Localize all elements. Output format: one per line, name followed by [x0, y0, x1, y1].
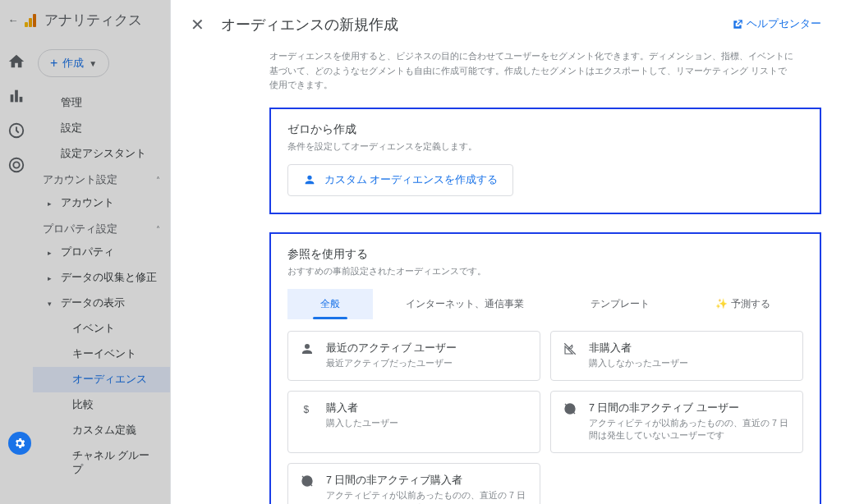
- svg-point-5: [13, 162, 19, 167]
- card-use-reference: 参照を使用する おすすめの事前設定されたオーディエンスです。 全般 インターネッ…: [269, 232, 821, 504]
- template-grid: 最近のアクティブ ユーザー 最近アクティブだったユーザー 非購入者 購入しなかっ…: [287, 331, 803, 504]
- create-button[interactable]: + 作成 ▼: [38, 49, 109, 77]
- open-in-new-icon: [732, 19, 743, 30]
- nav-subitem-events[interactable]: イベント: [33, 316, 170, 341]
- modal-title: オーディエンスの新規作成: [221, 15, 732, 34]
- template-7day-inactive-purchasers[interactable]: 7 日間の非アクティブ購入者 アクティビティが以前あったものの、直近の 7 日間…: [287, 463, 540, 504]
- nav-item-admin[interactable]: 管理: [33, 90, 170, 116]
- analytics-logo-icon: [25, 12, 39, 27]
- tab-general[interactable]: 全般: [287, 289, 373, 319]
- admin-nav: 管理 設定 設定アシスタント アカウント設定˄ ▸アカウント プロパティ設定˄ …: [33, 90, 170, 483]
- nav-item-data-collection[interactable]: ▸データの収集と修正: [33, 265, 170, 291]
- tab-templates[interactable]: テンプレート: [558, 289, 682, 319]
- create-audience-modal: ✕ オーディエンスの新規作成 ヘルプセンター オーディエンスを使用すると、ビジネ…: [171, 0, 841, 504]
- chevron-up-icon: ˄: [156, 176, 160, 185]
- intro-text: オーディエンスを使用すると、ビジネスの目的に合わせてユーザーをセグメント化できま…: [269, 49, 795, 93]
- modal-body: オーディエンスを使用すると、ビジネスの目的に合わせてユーザーをセグメント化できま…: [171, 49, 841, 504]
- wand-icon: ✨: [715, 298, 728, 309]
- caret-down-icon: ▼: [89, 59, 97, 68]
- card-title: 参照を使用する: [287, 247, 803, 262]
- admin-sidebar: ← アナリティクス + 作成 ▼ 管理 設定 設定アシスタント アカウント設定˄…: [0, 0, 171, 504]
- modal-header: ✕ オーディエンスの新規作成 ヘルプセンター: [171, 0, 841, 49]
- svg-point-4: [10, 158, 24, 172]
- svg-rect-0: [11, 94, 14, 102]
- nav-subitem-key-events[interactable]: キーイベント: [33, 341, 170, 367]
- svg-rect-2: [20, 97, 23, 102]
- product-title: アナリティクス: [44, 11, 142, 30]
- clock-off-icon: [563, 401, 579, 443]
- expand-arrow-icon: ▾: [48, 300, 54, 308]
- chevron-up-icon: ˄: [156, 225, 160, 234]
- card-title: ゼロから作成: [287, 122, 803, 137]
- create-custom-audience-button[interactable]: カスタム オーディエンスを作成する: [287, 164, 513, 196]
- template-7day-inactive-users[interactable]: 7 日間の非アクティブ ユーザー アクティビティが以前あったものの、直近の 7 …: [550, 391, 803, 454]
- left-icon-rail: [0, 43, 33, 174]
- product-header: ← アナリティクス: [0, 0, 170, 39]
- tab-predictive[interactable]: ✨予測する: [682, 289, 803, 319]
- template-non-purchasers[interactable]: 非購入者 購入しなかったユーザー: [550, 331, 803, 381]
- reference-tabs: 全般 インターネット、通信事業 テンプレート ✨予測する: [287, 289, 803, 319]
- person-icon: [300, 341, 316, 370]
- nav-subitem-custom-definitions[interactable]: カスタム定義: [33, 418, 170, 443]
- collapse-arrow-icon: ▸: [48, 199, 54, 208]
- back-arrow-icon[interactable]: ←: [7, 14, 20, 26]
- settings-fab[interactable]: [8, 432, 31, 455]
- nav-item-property[interactable]: ▸プロパティ: [33, 240, 170, 265]
- advertising-icon[interactable]: [7, 156, 25, 174]
- card-subtitle: 条件を設定してオーディエンスを定義します。: [287, 140, 803, 153]
- nav-item-account[interactable]: ▸アカウント: [33, 190, 170, 216]
- template-recently-active-users[interactable]: 最近のアクティブ ユーザー 最近アクティブだったユーザー: [287, 331, 540, 381]
- create-button-label: 作成: [62, 56, 84, 71]
- help-center-link[interactable]: ヘルプセンター: [732, 17, 821, 31]
- reports-icon[interactable]: [7, 87, 25, 105]
- explore-icon[interactable]: [7, 121, 25, 140]
- person-off-icon: [563, 341, 579, 370]
- template-purchasers[interactable]: $ 購入者 購入したユーザー: [287, 391, 540, 454]
- card-from-scratch: ゼロから作成 条件を設定してオーディエンスを定義します。 カスタム オーディエン…: [269, 108, 821, 214]
- collapse-arrow-icon: ▸: [48, 274, 54, 282]
- gear-icon: [13, 437, 26, 450]
- nav-section-account[interactable]: アカウント設定˄: [33, 167, 170, 190]
- collapse-arrow-icon: ▸: [48, 249, 54, 257]
- home-icon[interactable]: [7, 53, 25, 71]
- nav-item-settings[interactable]: 設定: [33, 116, 170, 141]
- clock-off-icon: [300, 474, 316, 504]
- nav-subitem-channel-groups[interactable]: チャネル グループ: [33, 443, 170, 483]
- nav-subitem-audiences[interactable]: オーディエンス: [33, 367, 170, 392]
- svg-text:$: $: [304, 403, 310, 415]
- nav-item-data-display[interactable]: ▾データの表示: [33, 291, 170, 316]
- nav-subitem-compare[interactable]: 比較: [33, 392, 170, 418]
- nav-item-setup-assistant[interactable]: 設定アシスタント: [33, 141, 170, 167]
- person-icon: [303, 173, 316, 186]
- tab-internet-telecom[interactable]: インターネット、通信事業: [373, 289, 557, 319]
- nav-section-property[interactable]: プロパティ設定˄: [33, 216, 170, 240]
- dollar-icon: $: [300, 401, 316, 443]
- card-subtitle: おすすめの事前設定されたオーディエンスです。: [287, 265, 803, 277]
- sidebar-content: + 作成 ▼ 管理 設定 設定アシスタント アカウント設定˄ ▸アカウント プロ…: [33, 49, 170, 483]
- svg-rect-1: [15, 90, 18, 103]
- close-icon[interactable]: ✕: [191, 15, 205, 34]
